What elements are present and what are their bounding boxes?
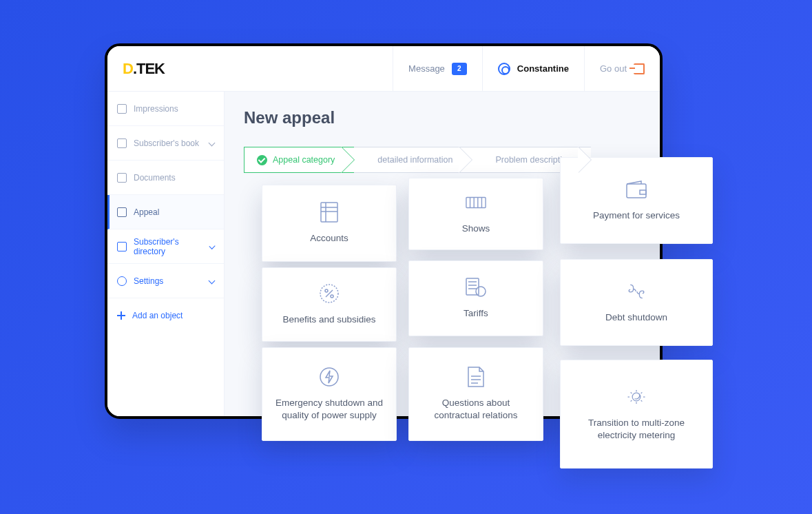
card-label: Accounts bbox=[310, 232, 348, 245]
svg-point-7 bbox=[476, 287, 486, 296]
card-label: Shows bbox=[462, 223, 490, 235]
chevron-down-icon bbox=[209, 243, 215, 249]
book-icon bbox=[117, 138, 127, 148]
messages-badge-icon: 2 bbox=[452, 63, 467, 75]
card-benefits[interactable]: Benefits and subsidies bbox=[262, 267, 397, 342]
stepper: Appeal category detailed information Pro… bbox=[244, 147, 641, 173]
card-label: Emergency shutdown and quality of power … bbox=[273, 397, 385, 422]
card-debt[interactable]: Debt shutdown bbox=[560, 259, 713, 346]
svg-rect-2 bbox=[627, 184, 646, 198]
logout-button[interactable]: Go out bbox=[584, 46, 660, 91]
sidebar-item-subscribers-directory[interactable]: Subscriber's directory bbox=[107, 229, 224, 264]
tariffs-icon bbox=[466, 277, 486, 298]
card-label: Tariffs bbox=[464, 307, 488, 320]
chevron-down-icon bbox=[209, 278, 216, 285]
accounts-icon bbox=[319, 202, 340, 223]
clipboard-icon bbox=[117, 104, 127, 114]
card-metering[interactable]: Transition to multi-zone electricity met… bbox=[560, 360, 713, 469]
page-title: New appeal bbox=[244, 108, 641, 127]
header: D.TEK Message 2 Constantine Go out bbox=[107, 46, 660, 92]
contract-icon bbox=[466, 367, 486, 387]
sidebar-add-object[interactable]: Add an object bbox=[107, 298, 224, 333]
folder-icon bbox=[117, 242, 127, 251]
user-icon bbox=[498, 63, 510, 75]
card-label: Transition to multi-zone electricity met… bbox=[572, 417, 701, 442]
gear-icon bbox=[117, 276, 127, 286]
check-icon bbox=[257, 155, 267, 165]
card-label: Questions about contractual relations bbox=[420, 397, 532, 422]
card-label: Benefits and subsidies bbox=[282, 313, 375, 326]
svg-point-4 bbox=[325, 289, 328, 292]
step-detailed-information[interactable]: detailed information bbox=[354, 147, 472, 173]
sidebar: Impressions Subscriber's book Documents … bbox=[107, 92, 225, 416]
meter-icon bbox=[466, 192, 486, 213]
card-label: Payment for services bbox=[593, 209, 680, 222]
user-menu[interactable]: Constantine bbox=[482, 46, 584, 91]
user-name: Constantine bbox=[517, 63, 569, 74]
step-appeal-category[interactable]: Appeal category bbox=[244, 147, 354, 173]
messages-button[interactable]: Message 2 bbox=[393, 46, 482, 91]
messages-label: Message bbox=[408, 63, 445, 74]
logout-label: Go out bbox=[600, 63, 627, 74]
card-contracts[interactable]: Questions about contractual relations bbox=[408, 347, 543, 441]
chat-icon bbox=[117, 207, 127, 217]
wallet-icon bbox=[626, 179, 647, 200]
card-shows[interactable]: Shows bbox=[408, 178, 543, 250]
sidebar-item-subscribers-book[interactable]: Subscriber's book bbox=[107, 126, 224, 161]
plus-icon bbox=[117, 311, 125, 320]
sidebar-item-documents[interactable]: Documents bbox=[107, 161, 224, 195]
chevron-down-icon bbox=[209, 140, 216, 147]
svg-rect-1 bbox=[466, 198, 486, 208]
svg-rect-6 bbox=[466, 278, 479, 295]
logo: D.TEK bbox=[107, 46, 225, 91]
percent-icon bbox=[319, 283, 340, 304]
card-tariffs[interactable]: Tariffs bbox=[408, 260, 543, 336]
card-accounts[interactable]: Accounts bbox=[262, 185, 397, 262]
plug-icon bbox=[626, 281, 647, 302]
svg-rect-0 bbox=[321, 203, 337, 222]
bolt-icon bbox=[319, 367, 340, 387]
sidebar-item-settings[interactable]: Settings bbox=[107, 264, 224, 298]
day-night-icon bbox=[626, 387, 647, 407]
document-icon bbox=[117, 173, 127, 183]
logout-icon bbox=[634, 63, 645, 74]
sidebar-item-appeal[interactable]: Appeal bbox=[107, 195, 224, 229]
sidebar-item-impressions[interactable]: Impressions bbox=[107, 92, 224, 126]
svg-point-8 bbox=[320, 368, 338, 386]
card-label: Debt shutdown bbox=[605, 311, 667, 324]
card-emergency[interactable]: Emergency shutdown and quality of power … bbox=[262, 347, 397, 441]
svg-point-5 bbox=[331, 295, 333, 298]
